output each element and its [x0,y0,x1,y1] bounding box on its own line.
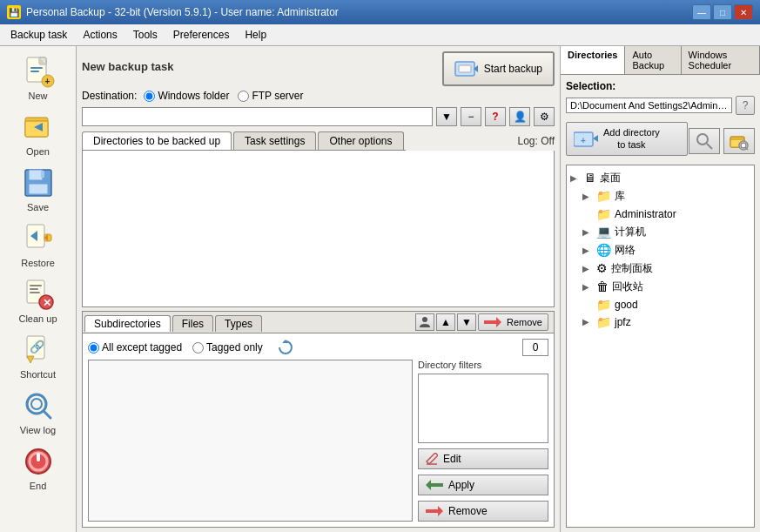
all-except-tagged-option[interactable]: All except tagged [88,341,182,354]
svg-text:🔗: 🔗 [30,340,45,354]
right-content: Selection: D:\Document And Settings2\Adm… [561,75,760,532]
edit-filter-button[interactable]: Edit [418,448,548,469]
sidebar-label-restore: Restore [21,258,55,268]
tab-directories[interactable]: Directories to be backed up [82,131,232,150]
sub-person-btn[interactable] [415,313,434,331]
start-backup-icon [454,58,479,79]
folder-search-icon [730,131,749,151]
remove-filter-label: Remove [448,505,488,517]
sub-tab-types[interactable]: Types [215,315,262,332]
search-buttons [689,128,755,154]
path-gear-btn[interactable]: ⚙ [534,107,555,126]
menu-backup-task[interactable]: Backup task [3,26,74,44]
sub-tab-subdirectories[interactable]: Subdirectories [84,315,171,332]
add-row: + Add directoryto task [566,122,755,161]
sidebar-item-restore[interactable]: Restore [3,218,73,272]
svg-rect-4 [30,71,39,72]
sub-tab-files[interactable]: Files [172,315,213,332]
sidebar-item-new[interactable]: + New [3,51,73,104]
svg-point-49 [697,134,708,145]
tree-item-computer[interactable]: ▶ 💻 计算机 [570,223,750,241]
menu-actions[interactable]: Actions [76,26,124,44]
tree-item-controlpanel[interactable]: ▶ ⚙ 控制面板 [570,259,750,278]
sidebar-item-shortcut[interactable]: 🔗 Shortcut [3,329,73,383]
tree-item-jpfz[interactable]: ▶ 📁 jpfz [570,313,750,331]
sub-area: Subdirectories Files Types ▲ ▼ [82,311,555,528]
save-icon [21,165,56,200]
tree-item-administrator[interactable]: ▶ 📁 Administrator [570,205,750,223]
sidebar-label-end: End [30,481,47,491]
sidebar-label-viewlog: View log [20,425,56,435]
person-icon [418,315,432,329]
tab-task-settings[interactable]: Task settings [233,131,316,150]
sidebar-label-open: Open [26,146,50,157]
add-dir-label: Add directoryto task [603,126,660,152]
tree-item-good[interactable]: ▶ 📁 good [570,296,750,313]
sidebar-item-end[interactable]: End [3,441,73,495]
sidebar: + New Open [0,46,77,532]
svg-line-50 [707,144,712,149]
maximize-button[interactable]: □ [713,4,732,20]
ftp-server-option[interactable]: FTP server [238,90,303,102]
tree-item-library[interactable]: ▶ 📁 库 [570,187,750,205]
close-button[interactable]: ✕ [734,4,753,20]
path-row: ▼ − ? 👤 ⚙ [82,107,555,126]
sub-right-panel: 0 Directory filters Edit [418,339,548,522]
right-panel: Directories Auto Backup Windows Schedule… [560,46,760,532]
search-button-1[interactable] [689,128,720,154]
path-help-btn[interactable]: ? [485,107,506,126]
svg-rect-3 [30,67,43,69]
windows-folder-radio[interactable] [144,91,155,102]
ftp-server-radio[interactable] [238,91,249,102]
refresh-icon[interactable] [277,339,294,356]
svg-point-28 [31,399,42,409]
sidebar-item-cleanup[interactable]: ✕ Clean up [3,273,73,327]
count-badge: 0 [522,339,548,356]
right-tabs: Directories Auto Backup Windows Schedule… [561,46,760,75]
tree-item-network[interactable]: ▶ 🌐 网络 [570,241,750,259]
sidebar-item-save[interactable]: Save [3,162,73,216]
search-button-2[interactable] [723,128,755,154]
tagged-only-option[interactable]: Tagged only [192,341,263,354]
svg-text:✕: ✕ [43,297,51,309]
add-directory-button[interactable]: + Add directoryto task [566,122,688,156]
tree-item-recycle[interactable]: ▶ 🗑 回收站 [570,278,750,296]
remove-arrow-icon [484,317,501,327]
windows-folder-option[interactable]: Windows folder [144,90,229,102]
apply-filter-button[interactable]: Apply [418,475,548,495]
menu-preferences[interactable]: Preferences [166,26,237,44]
svg-rect-32 [37,453,40,461]
sub-radio-row: All except tagged Tagged only [88,339,413,356]
right-tab-directories[interactable]: Directories [561,46,625,74]
all-except-tagged-radio[interactable] [88,342,99,354]
tab-other-options[interactable]: Other options [318,131,403,150]
sidebar-item-viewlog[interactable]: View log [3,385,73,439]
tree-item-desktop[interactable]: ▶ 🖥 桌面 [570,169,750,187]
tagged-only-radio[interactable] [192,342,204,354]
app-icon: 💾 [7,5,21,19]
remove-filter-button[interactable]: Remove [418,501,548,522]
right-tab-autobackup[interactable]: Auto Backup [625,46,681,74]
path-input[interactable] [82,107,433,126]
path-minus-btn[interactable]: − [461,107,481,126]
menu-help[interactable]: Help [238,26,273,44]
svg-marker-45 [438,506,443,516]
minimize-button[interactable]: — [692,4,711,20]
path-dropdown-btn[interactable]: ▼ [436,107,457,126]
log-status: Log: Off [518,135,555,151]
sub-content: All except tagged Tagged only [83,333,554,527]
sub-tabs-header: Subdirectories Files Types ▲ ▼ [83,312,554,333]
svg-line-29 [44,411,50,418]
menu-tools[interactable]: Tools [126,26,165,44]
sub-down-btn[interactable]: ▼ [457,313,476,331]
path-person-btn[interactable]: 👤 [509,107,530,126]
dir-filters-label: Directory filters [418,360,548,370]
svg-rect-8 [25,121,48,137]
sub-tabs-controls: ▲ ▼ Remove [415,313,552,333]
sidebar-item-open[interactable]: Open [3,106,73,160]
start-backup-button[interactable]: Start backup [442,51,555,86]
right-tab-scheduler[interactable]: Windows Scheduler [682,46,760,74]
sub-up-btn[interactable]: ▲ [436,313,455,331]
sub-remove-btn[interactable]: Remove [478,313,548,331]
path-help-button[interactable]: ? [736,96,755,115]
